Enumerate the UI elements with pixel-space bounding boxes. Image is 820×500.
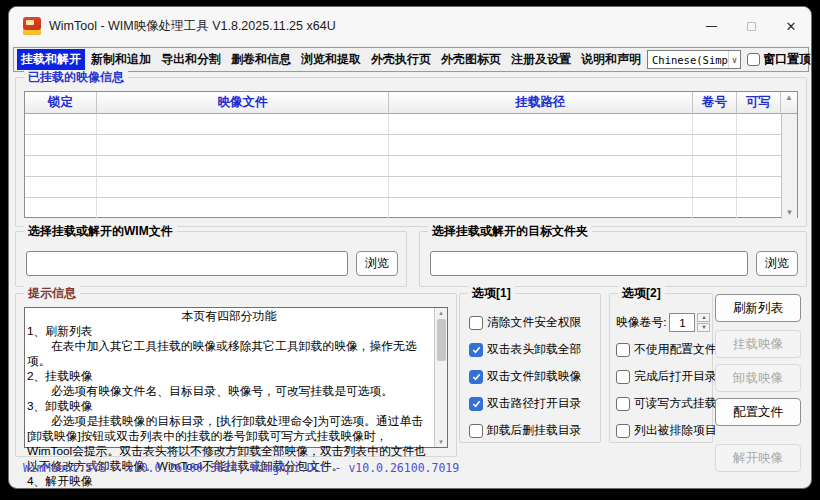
checkbox-clear-file-acl[interactable]: 清除文件安全权限 bbox=[469, 310, 598, 335]
image-volume-row: 映像卷号: ▲ ▼ bbox=[616, 310, 710, 335]
cell-lock bbox=[25, 177, 97, 197]
language-select[interactable]: Chinese(Simp ∨ bbox=[647, 50, 741, 69]
wim-file-group: 选择挂载或解开的WIM文件 浏览 bbox=[15, 231, 407, 287]
language-select-value: Chinese(Simp bbox=[652, 54, 728, 66]
checkbox-list-excluded-items[interactable]: 列出被排除项目 bbox=[616, 418, 710, 443]
target-folder-input[interactable] bbox=[430, 251, 748, 276]
cell-lock bbox=[25, 135, 97, 155]
wim-browse-button[interactable]: 浏览 bbox=[356, 251, 398, 276]
table-header-scroll-corner: ▲ bbox=[781, 92, 797, 114]
checkbox-box[interactable] bbox=[469, 343, 483, 357]
checkbox-box[interactable] bbox=[469, 397, 483, 411]
close-button[interactable]: ✕ bbox=[771, 7, 811, 45]
checkbox-delete-mount-dir-after-unmount[interactable]: 卸载后删挂载目录 bbox=[469, 418, 598, 443]
tab-create-append[interactable]: 新制和追加 bbox=[87, 49, 155, 70]
cell-path bbox=[389, 135, 693, 155]
title-bar: WimTool - WIM映像处理工具 V1.8.2025.11.25 x64U… bbox=[9, 7, 811, 45]
column-header-lock[interactable]: 锁定 bbox=[25, 92, 97, 114]
table-header-row[interactable]: 锁定 映像文件 挂载路径 卷号 可写 ▲ bbox=[25, 92, 797, 114]
cell-file bbox=[97, 114, 389, 134]
cell-volume bbox=[693, 198, 737, 219]
tab-mount-unmount[interactable]: 挂载和解开 bbox=[17, 49, 85, 70]
cell-file bbox=[97, 177, 389, 197]
column-header-image-file[interactable]: 映像文件 bbox=[97, 92, 389, 114]
target-browse-button[interactable]: 浏览 bbox=[756, 251, 798, 276]
topmost-label: 窗口置顶 bbox=[763, 51, 811, 68]
topmost-checkbox[interactable]: 窗口置顶 bbox=[747, 51, 811, 68]
scroll-down-icon[interactable]: ▼ bbox=[786, 209, 794, 217]
checkbox-no-config-file[interactable]: 不使用配置文件 bbox=[616, 337, 710, 362]
checkbox-box[interactable] bbox=[469, 316, 483, 330]
topmost-checkbox-box[interactable] bbox=[747, 53, 760, 66]
tab-about[interactable]: 说明和声明 bbox=[577, 49, 645, 70]
table-row[interactable] bbox=[25, 135, 781, 156]
tab-shell-exec[interactable]: 外壳执行页 bbox=[367, 49, 435, 70]
scroll-up-icon[interactable]: ▲ bbox=[438, 309, 444, 317]
hint-line: 必选项有映像文件名、目标目录、映像号，可改写挂载是可选项。 bbox=[27, 384, 431, 399]
table-row[interactable] bbox=[25, 198, 781, 219]
tab-export-split[interactable]: 导出和分割 bbox=[157, 49, 225, 70]
extract-image-button[interactable]: 解开映像 bbox=[715, 444, 801, 472]
hint-group: 提示信息 本页有四部分功能 1、刷新列表 在表中加入其它工具挂载的映像或移除其它… bbox=[15, 293, 457, 457]
checkbox-box[interactable] bbox=[469, 424, 483, 438]
cell-writable bbox=[737, 135, 781, 155]
cell-file bbox=[97, 135, 389, 155]
checkbox-dblclick-file-unmount[interactable]: 双击文件卸载映像 bbox=[469, 364, 598, 389]
scroll-up-icon[interactable]: ▲ bbox=[785, 94, 793, 102]
checkbox-box[interactable] bbox=[616, 424, 630, 438]
hint-line: 3、卸载映像 bbox=[27, 399, 431, 414]
minimize-button[interactable] bbox=[691, 7, 731, 45]
scroll-down-icon[interactable]: ▼ bbox=[438, 438, 444, 446]
table-row[interactable] bbox=[25, 114, 781, 135]
table-row[interactable] bbox=[25, 177, 781, 198]
image-volume-input[interactable] bbox=[669, 313, 695, 332]
column-header-volume[interactable]: 卷号 bbox=[693, 92, 737, 114]
spin-down-icon[interactable]: ▼ bbox=[697, 323, 710, 332]
cell-volume bbox=[693, 156, 737, 176]
checkbox-box[interactable] bbox=[616, 397, 630, 411]
spin-up-icon[interactable]: ▲ bbox=[697, 313, 710, 322]
wim-file-input[interactable] bbox=[26, 251, 348, 276]
hint-scrollbar[interactable]: ▲ ▼ bbox=[434, 308, 447, 447]
chevron-down-icon: ∨ bbox=[728, 51, 740, 68]
scrollbar-thumb[interactable] bbox=[437, 319, 446, 361]
checkbox-mount-readwrite[interactable]: 可读写方式挂载 bbox=[616, 391, 710, 416]
table-scrollbar[interactable]: ▼ bbox=[781, 114, 797, 219]
mount-image-button[interactable]: 挂载映像 bbox=[715, 330, 801, 358]
mounted-images-group: 已挂载的映像信息 锁定 映像文件 挂载路径 卷号 可写 ▲ ▼ bbox=[15, 77, 807, 227]
target-folder-group: 选择挂载或解开的目标文件夹 浏览 bbox=[419, 231, 807, 287]
cell-path bbox=[389, 114, 693, 134]
options1-group: 选项[1] 清除文件安全权限 双击表头卸载全部 双击文件卸载映像 双击路径打开目… bbox=[459, 293, 601, 443]
refresh-list-button[interactable]: 刷新列表 bbox=[715, 294, 801, 322]
checkbox-box[interactable] bbox=[616, 370, 630, 384]
minimize-icon bbox=[706, 26, 717, 27]
unmount-image-button[interactable]: 卸载映像 bbox=[715, 364, 801, 392]
hint-line: 4、解开映像 bbox=[27, 474, 431, 489]
options2-legend: 选项[2] bbox=[618, 286, 665, 300]
checkbox-open-dir-after-done[interactable]: 完成后打开目录 bbox=[616, 364, 710, 389]
maximize-button[interactable] bbox=[731, 7, 771, 45]
tab-shell-icon[interactable]: 外壳图标页 bbox=[437, 49, 505, 70]
config-file-button[interactable]: 配置文件 bbox=[715, 398, 801, 426]
column-header-writable[interactable]: 可写 bbox=[737, 92, 781, 114]
checkbox-box[interactable] bbox=[469, 370, 483, 384]
checkbox-box[interactable] bbox=[616, 343, 630, 357]
tab-browse-extract[interactable]: 浏览和提取 bbox=[297, 49, 365, 70]
cell-path bbox=[389, 177, 693, 197]
cell-writable bbox=[737, 114, 781, 134]
tab-register-settings[interactable]: 注册及设置 bbox=[507, 49, 575, 70]
app-icon[interactable] bbox=[23, 17, 41, 35]
checkbox-dblclick-path-open-dir[interactable]: 双击路径打开目录 bbox=[469, 391, 598, 416]
hint-box: 本页有四部分功能 1、刷新列表 在表中加入其它工具挂载的映像或移除其它工具卸载的… bbox=[24, 307, 448, 448]
cell-volume bbox=[693, 135, 737, 155]
window-title: WimTool - WIM映像处理工具 V1.8.2025.11.25 x64U bbox=[49, 18, 336, 35]
cell-lock bbox=[25, 198, 97, 219]
table-row[interactable] bbox=[25, 156, 781, 177]
image-volume-stepper: ▲ ▼ bbox=[697, 313, 710, 332]
hint-line: 1、刷新列表 bbox=[27, 324, 431, 339]
cell-lock bbox=[25, 114, 97, 134]
tab-delete-info[interactable]: 删卷和信息 bbox=[227, 49, 295, 70]
column-header-mount-path[interactable]: 挂载路径 bbox=[389, 92, 693, 114]
cell-volume bbox=[693, 114, 737, 134]
checkbox-dblclick-header-unmount-all[interactable]: 双击表头卸载全部 bbox=[469, 337, 598, 362]
